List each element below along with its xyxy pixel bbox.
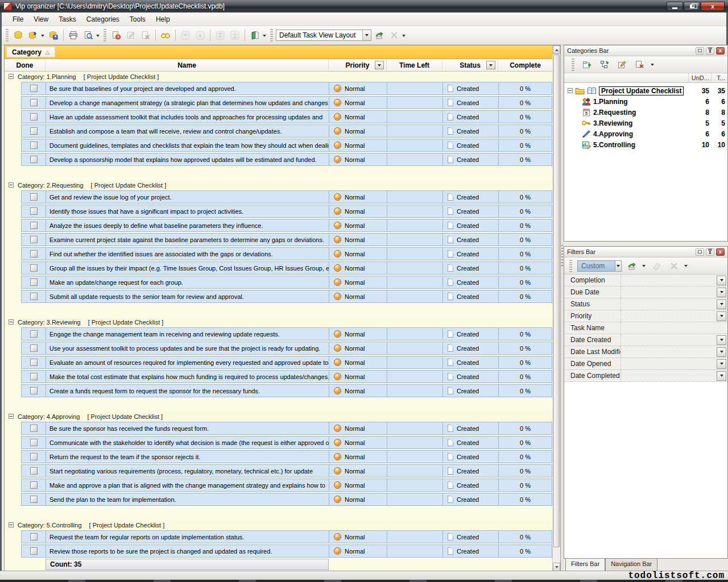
task-status[interactable]: Created <box>442 464 498 477</box>
filter-preset-dropdown-icon[interactable] <box>615 261 621 271</box>
menu-item-tasks[interactable]: Tasks <box>53 14 81 25</box>
panel-pin-icon[interactable] <box>706 248 714 256</box>
filter-field-value[interactable] <box>621 310 717 322</box>
close-button[interactable]: x <box>701 2 725 11</box>
toolbar-grip[interactable] <box>6 29 9 41</box>
task-priority[interactable]: Normal <box>329 422 387 435</box>
task-status[interactable]: Created <box>442 450 498 463</box>
new-task-icon[interactable] <box>109 28 123 42</box>
task-status[interactable]: Created <box>442 493 498 506</box>
menu-item-view[interactable]: View <box>28 14 53 25</box>
print-icon[interactable] <box>67 28 80 42</box>
task-priority[interactable]: Normal <box>329 464 387 477</box>
group-by-category-tab[interactable]: Category △ <box>6 47 55 57</box>
task-name[interactable]: Group all the issues by their impact (e.… <box>46 261 329 275</box>
task-priority[interactable]: Normal <box>329 205 387 218</box>
open-database-dropdown-icon[interactable] <box>41 35 44 39</box>
task-checkbox[interactable] <box>30 439 38 446</box>
new-database-icon[interactable] <box>11 28 25 42</box>
task-status[interactable]: Created <box>442 233 498 246</box>
move-down-icon[interactable] <box>179 28 192 42</box>
task-checkbox[interactable] <box>30 293 38 300</box>
save-database-icon[interactable] <box>47 28 60 42</box>
panel-restore-icon[interactable] <box>696 47 704 55</box>
task-priority[interactable]: Normal <box>329 276 387 289</box>
task-priority[interactable]: Normal <box>329 479 387 492</box>
task-checkbox[interactable] <box>30 193 38 201</box>
task-checkbox[interactable] <box>30 373 38 380</box>
tree-category-item[interactable]: 4.Approving66 <box>564 128 727 139</box>
task-name[interactable]: Examine current project state against th… <box>46 233 329 246</box>
task-name[interactable]: Make an update/change request for each g… <box>46 276 329 289</box>
panel-close-icon[interactable]: x <box>716 47 725 55</box>
categories-toolbar-dropdown-icon[interactable] <box>651 64 654 68</box>
task-priority[interactable]: Normal <box>329 96 387 109</box>
task-priority[interactable]: Normal <box>329 261 387 275</box>
apply-filter-icon[interactable] <box>625 259 639 273</box>
toolbar-grip[interactable] <box>270 29 273 41</box>
task-status[interactable]: Created <box>442 247 498 260</box>
column-header-name[interactable]: Name <box>46 59 329 71</box>
task-checkbox[interactable] <box>30 250 38 257</box>
task-name[interactable]: Develop a sponsorship model that explain… <box>46 153 329 166</box>
task-status[interactable]: Created <box>442 190 498 203</box>
toolbar-grip[interactable] <box>572 59 574 71</box>
task-checkbox[interactable] <box>30 142 38 149</box>
filter-field-value[interactable] <box>621 370 717 381</box>
task-checkbox[interactable] <box>30 359 38 366</box>
toolbar-grip[interactable] <box>104 29 106 41</box>
collapse-icon[interactable] <box>9 414 14 419</box>
task-checkbox[interactable] <box>30 222 38 229</box>
assign-icon[interactable] <box>159 28 172 42</box>
scroll-up-icon[interactable] <box>553 45 560 54</box>
task-priority[interactable]: Normal <box>329 356 387 369</box>
collapse-icon[interactable] <box>9 319 14 325</box>
task-checkbox[interactable] <box>30 453 38 460</box>
apply-filter-dropdown-icon[interactable] <box>642 265 646 269</box>
filter-field-value[interactable] <box>621 298 717 310</box>
task-status[interactable]: Created <box>442 124 498 138</box>
edit-category-icon[interactable] <box>615 58 629 72</box>
filters-toolbar-dropdown-icon[interactable] <box>684 265 688 269</box>
task-priority[interactable]: Normal <box>329 124 387 138</box>
task-name[interactable]: Make and approve a plan that is aligned … <box>46 479 329 492</box>
task-status[interactable]: Created <box>442 205 498 218</box>
task-name[interactable]: Establish and compose a team that will r… <box>46 124 329 138</box>
task-checkbox[interactable] <box>30 481 38 489</box>
filter-field-value[interactable] <box>621 322 727 334</box>
task-checkbox[interactable] <box>30 387 38 394</box>
category-group-header[interactable]: Category: 1.Planning[ Project Update Che… <box>5 72 552 81</box>
filter-dropdown-icon[interactable] <box>717 371 726 381</box>
minimize-button[interactable] <box>667 2 683 11</box>
task-priority[interactable]: Normal <box>329 139 387 152</box>
task-name[interactable]: Have an update assessment toolkit that i… <box>46 110 329 123</box>
menu-item-file[interactable]: File <box>7 14 28 25</box>
tree-root-item[interactable]: Project Update Checklist3535 <box>564 85 727 96</box>
priority-filter-dropdown-icon[interactable] <box>375 61 384 69</box>
delete-layout-icon[interactable] <box>387 28 401 42</box>
task-name[interactable]: Be sure the sponsor has received the fun… <box>46 422 329 435</box>
scroll-down-icon[interactable] <box>553 563 560 571</box>
delete-filter-icon[interactable] <box>667 259 681 273</box>
clear-filter-icon[interactable] <box>650 259 664 273</box>
print-preview-dropdown-icon[interactable] <box>96 35 100 39</box>
task-priority[interactable]: Normal <box>329 233 387 246</box>
filter-dropdown-icon[interactable] <box>717 347 726 357</box>
save-layout-icon[interactable] <box>373 28 386 42</box>
notes-dropdown-icon[interactable] <box>263 35 266 39</box>
task-checkbox[interactable] <box>30 264 38 272</box>
task-name[interactable]: Submit all update requests to the senior… <box>46 290 329 303</box>
tree-column-undone[interactable]: UnD... <box>689 73 712 82</box>
task-priority[interactable]: Normal <box>329 153 387 166</box>
task-status[interactable]: Created <box>442 356 498 369</box>
open-database-icon[interactable] <box>26 28 40 42</box>
panel-restore-icon[interactable] <box>696 248 704 256</box>
column-header-done[interactable]: Done <box>5 59 46 71</box>
tree-column-total[interactable]: T... <box>712 73 727 82</box>
move-to-top-icon[interactable] <box>228 28 242 42</box>
task-status[interactable]: Created <box>442 342 498 355</box>
filter-field-value[interactable] <box>621 358 717 369</box>
category-group-header[interactable]: Category: 5.Controlling[ Project Update … <box>5 520 552 530</box>
filter-dropdown-icon[interactable] <box>717 359 726 369</box>
task-checkbox[interactable] <box>30 467 38 475</box>
